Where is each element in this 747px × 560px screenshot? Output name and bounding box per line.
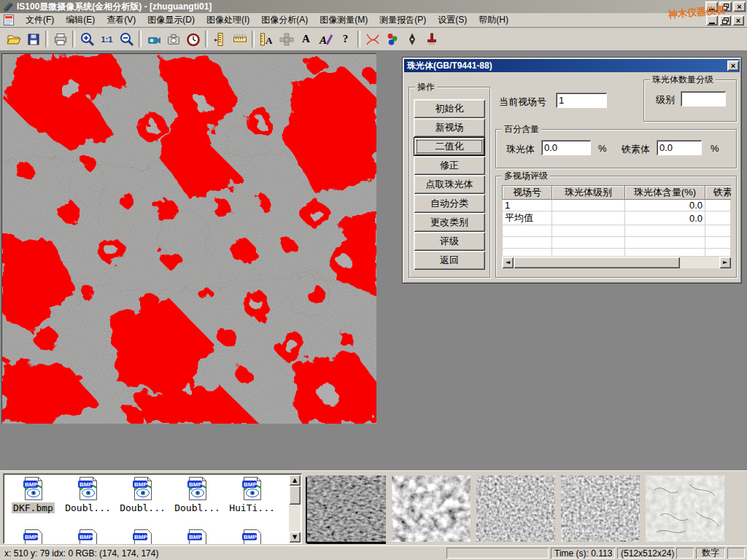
- current-field-input[interactable]: 1: [556, 93, 607, 108]
- init-button[interactable]: 初始化: [414, 99, 485, 118]
- auto-classify-button[interactable]: 自动分类: [414, 194, 485, 213]
- menu-image-measure[interactable]: 图像测量(M): [314, 12, 374, 28]
- table-row[interactable]: [503, 225, 732, 237]
- file-name[interactable]: Doubl...: [63, 502, 112, 513]
- col-ferrite[interactable]: 铁素体: [705, 186, 732, 200]
- menu-image-processing[interactable]: 图像处理(I): [201, 12, 255, 28]
- binarize-button[interactable]: 二值化: [414, 137, 485, 156]
- file-name[interactable]: Doubl...: [118, 502, 167, 513]
- toolbar-separator: [45, 31, 48, 47]
- timer-button[interactable]: [183, 29, 203, 49]
- scroll-up-button[interactable]: ▲: [289, 475, 301, 486]
- file-item[interactable]: BMP HuiTi...: [225, 476, 279, 513]
- mdi-close-button[interactable]: ×: [732, 15, 744, 26]
- context-help-button[interactable]: ?: [336, 29, 355, 49]
- file-item[interactable]: BMP: [6, 529, 61, 544]
- table-row[interactable]: [503, 237, 732, 249]
- file-name[interactable]: DKF.bmp: [12, 502, 55, 513]
- ferrite-percent-input[interactable]: 0.0: [657, 140, 702, 155]
- menu-settings[interactable]: 设置(S): [432, 12, 473, 28]
- pearlite-percent-unit: %: [598, 143, 607, 154]
- file-list-vscrollbar[interactable]: ▲ ▼: [289, 475, 301, 542]
- minimize-button[interactable]: [705, 1, 718, 12]
- doc-icon: [2, 14, 17, 26]
- edit-annotation-button[interactable]: A: [316, 29, 336, 49]
- ruler-measure-button[interactable]: [230, 29, 249, 49]
- restore-button[interactable]: [719, 1, 732, 12]
- table-hscrollbar[interactable]: ◄ ►: [502, 257, 731, 268]
- return-button[interactable]: 返回: [414, 251, 485, 270]
- scroll-right-button[interactable]: ►: [719, 257, 731, 268]
- file-item[interactable]: BMP: [115, 529, 170, 544]
- close-button[interactable]: ×: [733, 1, 746, 12]
- micrograph-image[interactable]: [1, 53, 376, 424]
- video-capture-button[interactable]: [144, 29, 163, 49]
- zoom-out-button[interactable]: [117, 29, 136, 49]
- change-class-button[interactable]: 更改类别: [414, 213, 485, 232]
- correct-button[interactable]: 修正: [414, 156, 485, 175]
- print-button[interactable]: [50, 29, 70, 49]
- actual-size-button[interactable]: 1:1: [97, 29, 117, 49]
- menu-help[interactable]: 帮助(H): [473, 12, 514, 28]
- thumbnail-3[interactable]: [476, 475, 555, 542]
- vscroll-thumb[interactable]: [289, 486, 301, 505]
- col-field-number[interactable]: 视场号: [503, 186, 552, 200]
- dialog-title-bar[interactable]: 珠光体(GB/T9441-88): [404, 59, 740, 72]
- save-button[interactable]: [23, 29, 43, 49]
- file-item[interactable]: BMP Doubl...: [170, 476, 225, 513]
- mdi-restore-button[interactable]: [719, 15, 731, 26]
- file-item[interactable]: BMP Doubl...: [115, 476, 170, 513]
- brush-tool-button[interactable]: [422, 29, 441, 49]
- thumbnail-2[interactable]: [392, 475, 471, 542]
- video-camera-icon: [146, 31, 162, 47]
- menu-edit[interactable]: 编辑(E): [60, 12, 101, 28]
- pearlite-percent-input[interactable]: 0.0: [541, 140, 591, 155]
- bmp-file-icon: BMP: [131, 529, 155, 544]
- grade-level-input[interactable]: [681, 91, 726, 106]
- open-button[interactable]: [4, 29, 23, 49]
- zoom-in-button[interactable]: [77, 29, 97, 49]
- bmp-badge: BMP: [80, 534, 93, 540]
- thumbnail-1[interactable]: [307, 475, 386, 542]
- scale-label-button[interactable]: A: [257, 29, 276, 49]
- grid-overlay-button[interactable]: [276, 29, 296, 49]
- title-bar: IS100显微摄像系统(金相分析版) - [zhuguangti01] ×: [0, 0, 747, 13]
- menu-image-analysis[interactable]: 图像分析(A): [255, 12, 314, 28]
- dialog-close-button[interactable]: ×: [727, 61, 739, 71]
- pen-tool-button[interactable]: [402, 29, 422, 49]
- text-annotation-button[interactable]: A: [296, 29, 316, 49]
- cell-field: 平均值: [503, 211, 552, 225]
- col-pearlite-content[interactable]: 珠光体含量(%): [625, 186, 705, 200]
- file-name[interactable]: Doubl...: [173, 502, 222, 513]
- scroll-down-button[interactable]: ▼: [289, 532, 301, 542]
- phase-color-button[interactable]: [382, 29, 402, 49]
- scroll-left-button[interactable]: ◄: [502, 257, 514, 268]
- menu-image-display[interactable]: 图像显示(D): [142, 12, 201, 28]
- thumbnail-5[interactable]: [646, 475, 724, 542]
- rate-button[interactable]: 评级: [414, 232, 485, 251]
- pick-pearlite-button[interactable]: 点取珠光体: [414, 175, 485, 194]
- file-item[interactable]: BMP DKF.bmp: [6, 476, 61, 513]
- photo-capture-button[interactable]: [163, 29, 183, 49]
- col-pearlite-grade[interactable]: 珠光体级别: [552, 186, 625, 200]
- caliper-measure-button[interactable]: [210, 29, 230, 49]
- new-field-button[interactable]: 新视场: [414, 118, 485, 137]
- menu-measure-report[interactable]: 测量报告(P): [374, 12, 432, 28]
- table-row[interactable]: 平均值 0.0: [503, 211, 732, 225]
- file-item[interactable]: BMP Doubl...: [61, 476, 115, 513]
- file-name[interactable]: HuiTi...: [228, 502, 276, 513]
- curve-tool-button[interactable]: [363, 29, 382, 49]
- file-item[interactable]: BMP: [170, 529, 225, 544]
- thumbnail-4[interactable]: [561, 475, 640, 542]
- mdi-minimize-icon: [709, 23, 715, 24]
- table-row[interactable]: 1 0.0: [503, 200, 732, 211]
- hscroll-thumb[interactable]: [514, 257, 680, 268]
- file-item[interactable]: BMP: [61, 529, 115, 544]
- menu-view[interactable]: 查看(V): [101, 12, 142, 28]
- table-row[interactable]: [503, 249, 732, 257]
- operation-group-legend: 操作: [415, 82, 437, 92]
- status-bar: x: 510 y: 79 idx: 0 RGB: (174, 174, 174)…: [0, 545, 747, 560]
- menu-file[interactable]: 文件(F): [20, 12, 60, 28]
- mdi-minimize-button[interactable]: [706, 15, 718, 26]
- file-item[interactable]: BMP: [225, 529, 279, 544]
